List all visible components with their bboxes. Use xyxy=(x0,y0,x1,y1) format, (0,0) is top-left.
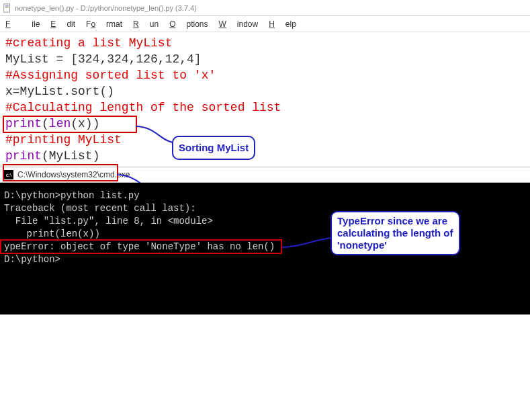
python-file-icon xyxy=(3,3,12,13)
code-line: #printing MyList xyxy=(5,132,525,148)
window-title: nonetype_len().py - D:/python/nonetype_l… xyxy=(15,4,197,12)
callout-sorting: Sorting MyList xyxy=(172,136,255,160)
window-titlebar: nonetype_len().py - D:/python/nonetype_l… xyxy=(0,0,530,16)
code-line: x=MyList.sort() xyxy=(5,83,525,99)
menu-window[interactable]: Window xyxy=(219,19,259,29)
menu-options[interactable]: Options xyxy=(169,19,208,29)
code-line: #creating a list MyList xyxy=(5,35,525,51)
svg-rect-1 xyxy=(5,5,9,6)
console-titlebar: c:\ C:\Windows\system32\cmd.exe xyxy=(0,167,530,183)
callout-typeerror: TypeError since we are calculating the l… xyxy=(330,211,460,255)
cmd-icon: c:\ xyxy=(4,170,13,179)
svg-rect-2 xyxy=(5,7,9,8)
menu-run[interactable]: Run xyxy=(133,19,159,29)
code-line: #Calculating length of the sorted list xyxy=(5,99,525,116)
code-line: MyList = [324,324,126,12,4] xyxy=(5,51,525,67)
code-editor[interactable]: #creating a list MyList MyList = [324,32… xyxy=(0,32,530,167)
highlight-error-line xyxy=(0,239,282,254)
menu-file[interactable]: File xyxy=(5,19,40,29)
code-line: print(MyList) xyxy=(5,148,525,164)
code-line: #Assigning sorted list to 'x' xyxy=(5,67,525,83)
menu-help[interactable]: Help xyxy=(269,19,296,29)
console-output[interactable]: D:\python>python list.py Traceback (most… xyxy=(0,183,530,314)
menu-edit[interactable]: Edit xyxy=(50,19,75,29)
menubar: File Edit Format Run Options Window Help xyxy=(0,16,530,32)
code-line: print(len(x)) xyxy=(5,116,525,132)
console-title-text: C:\Windows\system32\cmd.exe xyxy=(17,170,130,179)
console-line: D:\python>python list.py xyxy=(4,190,526,202)
menu-format[interactable]: Format xyxy=(86,19,122,29)
